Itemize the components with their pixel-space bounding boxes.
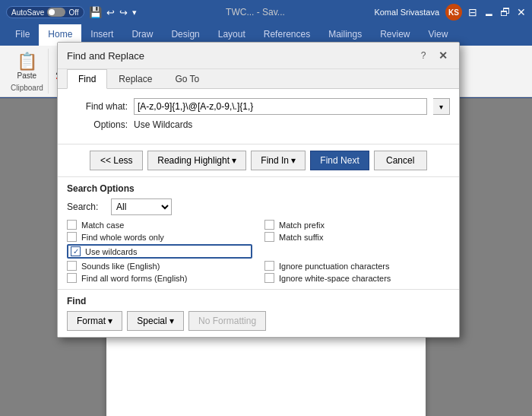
- option-match-prefix: Match prefix: [264, 220, 450, 230]
- match-case-checkbox[interactable]: [67, 220, 77, 230]
- option-match-suffix: Match suffix: [264, 232, 450, 242]
- find-section: Find Format ▾ Special ▾ No Formatting: [58, 289, 459, 337]
- ignore-whitespace-checkbox[interactable]: [264, 273, 274, 283]
- option-use-wildcards: Use wildcards: [67, 244, 252, 259]
- options-label: Options:: [67, 119, 128, 130]
- whole-words-checkbox[interactable]: [67, 232, 77, 242]
- reading-highlight-button[interactable]: Reading Highlight ▾: [147, 151, 246, 170]
- option-match-case: Match case: [67, 220, 252, 230]
- options-value: Use Wildcards: [134, 119, 192, 130]
- option-sounds-like: Sounds like (English): [67, 261, 252, 271]
- option-empty: [264, 244, 450, 259]
- word-forms-checkbox[interactable]: [67, 273, 77, 283]
- dialog-help-button[interactable]: ?: [416, 49, 430, 62]
- special-button[interactable]: Special ▾: [127, 311, 184, 331]
- match-suffix-checkbox[interactable]: [264, 232, 274, 242]
- search-label: Search:: [67, 202, 105, 212]
- use-wildcards-label: Use wildcards: [85, 247, 137, 256]
- match-suffix-label: Match suffix: [279, 233, 324, 242]
- match-prefix-label: Match prefix: [279, 221, 325, 230]
- find-next-button[interactable]: Find Next: [310, 151, 369, 170]
- find-what-row: Find what: ▾: [67, 98, 450, 115]
- match-case-label: Match case: [81, 221, 124, 230]
- dialog-title: Find and Replace: [67, 50, 144, 62]
- dialog-title-icons: ? ✕: [416, 49, 450, 62]
- find-btn-row: Format ▾ Special ▾ No Formatting: [67, 311, 450, 331]
- tab-goto[interactable]: Go To: [163, 69, 211, 89]
- search-options: Search Options Search: All Up Down Match…: [58, 176, 459, 289]
- options-row: Options: Use Wildcards: [67, 119, 450, 130]
- option-whole-words: Find whole words only: [67, 232, 252, 242]
- find-what-label: Find what:: [67, 101, 128, 112]
- find-in-button[interactable]: Find In ▾: [251, 151, 306, 170]
- no-formatting-button[interactable]: No Formatting: [188, 311, 266, 331]
- options-grid: Match case Match prefix Find whole words…: [67, 220, 450, 283]
- find-section-title: Find: [67, 296, 450, 306]
- dialog-title-bar: Find and Replace ? ✕: [58, 43, 459, 69]
- search-select[interactable]: All Up Down: [111, 198, 172, 215]
- option-ignore-punct: Ignore punctuation characters: [264, 261, 450, 271]
- search-row: Search: All Up Down: [67, 198, 450, 215]
- sounds-like-label: Sounds like (English): [81, 262, 160, 271]
- dialog-tabs: Find Replace Go To: [58, 69, 459, 89]
- option-word-forms: Find all word forms (English): [67, 273, 252, 283]
- word-forms-label: Find all word forms (English): [81, 274, 187, 283]
- dialog-overlay: Find and Replace ? ✕ Find Replace Go To …: [0, 0, 532, 416]
- find-replace-dialog: Find and Replace ? ✕ Find Replace Go To …: [57, 42, 460, 338]
- less-button[interactable]: << Less: [90, 151, 143, 170]
- tab-find[interactable]: Find: [67, 69, 107, 89]
- ignore-punct-label: Ignore punctuation characters: [279, 262, 390, 271]
- dialog-body: Find what: ▾ Options: Use Wildcards: [58, 89, 459, 144]
- format-button[interactable]: Format ▾: [67, 311, 122, 331]
- ignore-punct-checkbox[interactable]: [264, 261, 274, 271]
- ignore-whitespace-label: Ignore white-space characters: [279, 274, 391, 283]
- use-wildcards-checkbox[interactable]: [71, 246, 81, 256]
- option-ignore-whitespace: Ignore white-space characters: [264, 273, 450, 283]
- sounds-like-checkbox[interactable]: [67, 261, 77, 271]
- cancel-button[interactable]: Cancel: [374, 151, 427, 170]
- whole-words-label: Find whole words only: [81, 233, 164, 242]
- dialog-close-button[interactable]: ✕: [436, 49, 450, 62]
- search-options-title: Search Options: [67, 183, 450, 194]
- find-what-dropdown[interactable]: ▾: [433, 98, 450, 115]
- tab-replace[interactable]: Replace: [107, 69, 163, 89]
- match-prefix-checkbox[interactable]: [264, 220, 274, 230]
- find-what-input[interactable]: [134, 98, 427, 115]
- button-row: << Less Reading Highlight ▾ Find In ▾ Fi…: [58, 144, 459, 176]
